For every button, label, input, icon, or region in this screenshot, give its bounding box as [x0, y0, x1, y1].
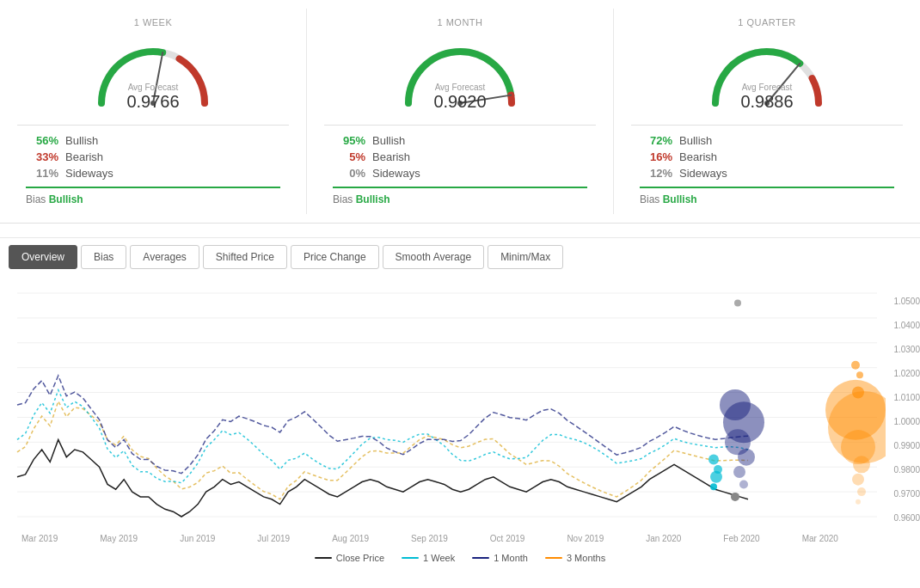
avg-forecast-label: Avg Forecast [126, 83, 179, 92]
stats: 95% Bullish 5% Bearish 0% Sideways Bias … [324, 125, 596, 205]
svg-point-19 [710, 483, 717, 490]
bearish-label: Bearish [679, 150, 717, 163]
x-axis-label: Jul 2019 [257, 534, 290, 543]
y-axis-label: 0.9900 [886, 433, 920, 457]
svg-point-16 [708, 455, 719, 465]
updated-bar [0, 224, 920, 238]
svg-point-33 [853, 456, 870, 473]
gauge-value: 0.9920 [433, 92, 486, 112]
legend-item-3months: 3 Months [545, 553, 605, 563]
x-axis-label: Jan 2020 [646, 534, 681, 543]
sideways-pct: 0% [333, 167, 365, 180]
y-axis-label: 1.0200 [886, 361, 920, 385]
legend-label: 1 Week [423, 553, 455, 563]
legend-label: Close Price [336, 553, 384, 563]
y-axis-label: 0.9800 [886, 457, 920, 481]
sideways-label: Sideways [372, 167, 420, 180]
bullish-label: Bullish [372, 134, 405, 147]
legend-item-close-price: Close Price [315, 553, 384, 563]
tab-smooth-average[interactable]: Smooth Average [383, 245, 485, 269]
x-axis-label: Mar 2019 [21, 534, 58, 543]
x-axis-label: Sep 2019 [411, 534, 448, 543]
stats: 56% Bullish 33% Bearish 11% Sideways Bia… [17, 125, 289, 205]
legend-color [402, 557, 419, 559]
y-axis-label: 1.0000 [886, 409, 920, 433]
bias-row: Bias Bullish [333, 187, 587, 205]
avg-forecast-label: Avg Forecast [433, 83, 486, 92]
tab-bias[interactable]: Bias [81, 245, 126, 269]
forecast-panel-1week: 1 WEEK Avg Forecast 0.9766 56% Bullish 3… [0, 9, 307, 214]
tab-overview[interactable]: Overview [9, 245, 77, 269]
sideways-label: Sideways [679, 167, 727, 180]
bias-label: Bias [26, 193, 49, 205]
bullish-label: Bullish [65, 134, 98, 147]
legend-item-1week: 1 Week [402, 553, 455, 563]
period-label: 1 MONTH [438, 17, 483, 28]
x-axis-label: May 2019 [100, 534, 138, 543]
sideways-label: Sideways [65, 167, 113, 180]
svg-point-36 [856, 499, 861, 505]
chart-area: 1.05001.04001.03001.02001.01001.00000.99… [0, 276, 920, 588]
legend-color [472, 557, 489, 559]
bearish-pct: 16% [640, 150, 672, 163]
y-axis-label: 1.0500 [886, 289, 920, 313]
gauge-value: 0.9886 [740, 92, 793, 112]
period-label: 1 WEEK [134, 17, 173, 28]
bullish-pct: 56% [26, 134, 58, 147]
period-label: 1 QUARTER [738, 17, 795, 28]
x-axis-label: Aug 2019 [332, 534, 369, 543]
bullish-pct: 72% [640, 134, 672, 147]
bias-word: Bullish [356, 193, 390, 205]
y-axis-label: 0.9700 [886, 481, 920, 505]
legend-bar: Close Price 1 Week 1 Month 3 Months [0, 548, 920, 568]
tab-price-change[interactable]: Price Change [291, 245, 379, 269]
bias-label: Bias [333, 193, 356, 205]
bearish-pct: 5% [333, 150, 365, 163]
bias-word: Bullish [663, 193, 697, 205]
bearish-label: Bearish [65, 150, 103, 163]
gauge-value: 0.9766 [126, 92, 179, 112]
gauge: Avg Forecast 0.9766 [84, 34, 222, 112]
y-axis-label: 1.0400 [886, 313, 920, 337]
top-section: 1 WEEK Avg Forecast 0.9766 56% Bullish 3… [0, 0, 920, 224]
avg-forecast-label: Avg Forecast [740, 83, 793, 92]
legend-color [315, 557, 332, 559]
bias-label: Bias [640, 193, 663, 205]
svg-point-24 [733, 466, 745, 478]
x-axis: Mar 2019May 2019Jun 2019Jul 2019Aug 2019… [9, 530, 851, 548]
sideways-pct: 11% [26, 167, 58, 180]
svg-point-25 [739, 480, 748, 488]
svg-point-18 [710, 471, 722, 483]
bearish-pct: 33% [26, 150, 58, 163]
legend-color [545, 557, 562, 559]
legend-label: 1 Month [494, 553, 528, 563]
bias-row: Bias Bullish [26, 187, 280, 205]
y-axis-label: 1.0300 [886, 337, 920, 361]
svg-point-27 [851, 361, 860, 370]
x-axis-label: Jun 2019 [180, 534, 215, 543]
tabs-bar: OverviewBiasAveragesShifted PricePrice C… [0, 238, 920, 276]
svg-point-28 [856, 371, 863, 378]
tab-minim-max[interactable]: Minim/Max [488, 245, 563, 269]
x-axis-label: Nov 2019 [567, 534, 604, 543]
sideways-pct: 12% [640, 167, 672, 180]
forecast-panel-1quarter: 1 QUARTER Avg Forecast 0.9886 72% Bullis… [614, 9, 920, 214]
y-axis-label: 0.9600 [886, 505, 920, 530]
bias-row: Bias Bullish [640, 187, 894, 205]
svg-point-35 [857, 487, 866, 496]
svg-point-37 [734, 300, 741, 307]
tab-averages[interactable]: Averages [130, 245, 199, 269]
legend-label: 3 Months [567, 553, 605, 563]
stats: 72% Bullish 16% Bearish 12% Sideways Bia… [631, 125, 903, 205]
gauge: Avg Forecast 0.9886 [698, 34, 836, 112]
svg-point-34 [852, 474, 864, 486]
bias-word: Bullish [49, 193, 83, 205]
legend-item-1month: 1 Month [472, 553, 528, 563]
bearish-label: Bearish [372, 150, 410, 163]
x-axis-label: Oct 2019 [490, 534, 525, 543]
x-axis-label: Feb 2020 [723, 534, 759, 543]
forecast-panel-1month: 1 MONTH Avg Forecast 0.9920 95% Bullish … [307, 9, 614, 214]
gauge: Avg Forecast 0.9920 [391, 34, 529, 112]
svg-point-26 [731, 493, 739, 501]
tab-shifted-price[interactable]: Shifted Price [203, 245, 287, 269]
